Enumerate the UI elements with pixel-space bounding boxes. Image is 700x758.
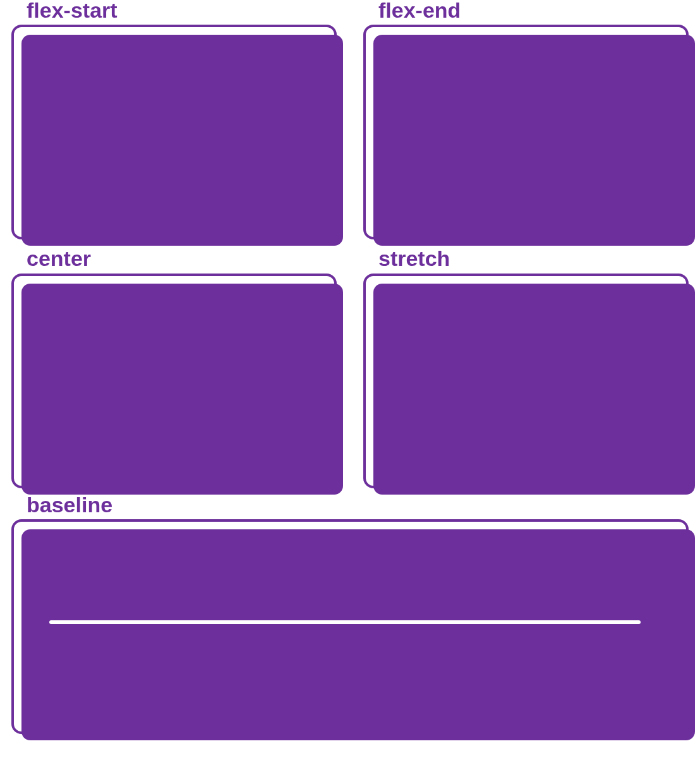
items-stretch bbox=[373, 284, 695, 495]
cell-flex-end: flex-end bbox=[363, 0, 689, 239]
cell-flex-start: flex-start bbox=[11, 0, 337, 239]
baseline-line bbox=[49, 620, 641, 624]
cell-center: center bbox=[11, 244, 337, 488]
cell-stretch: stretch bbox=[363, 244, 689, 488]
label-flex-start: flex-start bbox=[27, 0, 337, 22]
row-middle: center stretch bbox=[11, 244, 689, 488]
container-flex-end bbox=[363, 25, 689, 239]
items-baseline bbox=[21, 529, 695, 740]
label-baseline: baseline bbox=[27, 493, 689, 517]
cell-baseline: baseline bbox=[11, 493, 689, 734]
label-flex-end: flex-end bbox=[378, 0, 689, 22]
container-baseline bbox=[11, 519, 689, 734]
items-flex-end bbox=[373, 35, 695, 246]
container-center bbox=[11, 274, 337, 488]
align-items-diagram: flex-start flex-end center stretch ba bbox=[0, 0, 700, 747]
row-top: flex-start flex-end bbox=[11, 0, 689, 239]
container-flex-start bbox=[11, 25, 337, 239]
container-stretch bbox=[363, 274, 689, 488]
label-center: center bbox=[27, 247, 337, 270]
items-flex-start bbox=[21, 35, 343, 246]
label-stretch: stretch bbox=[378, 247, 689, 270]
items-center bbox=[21, 284, 343, 495]
